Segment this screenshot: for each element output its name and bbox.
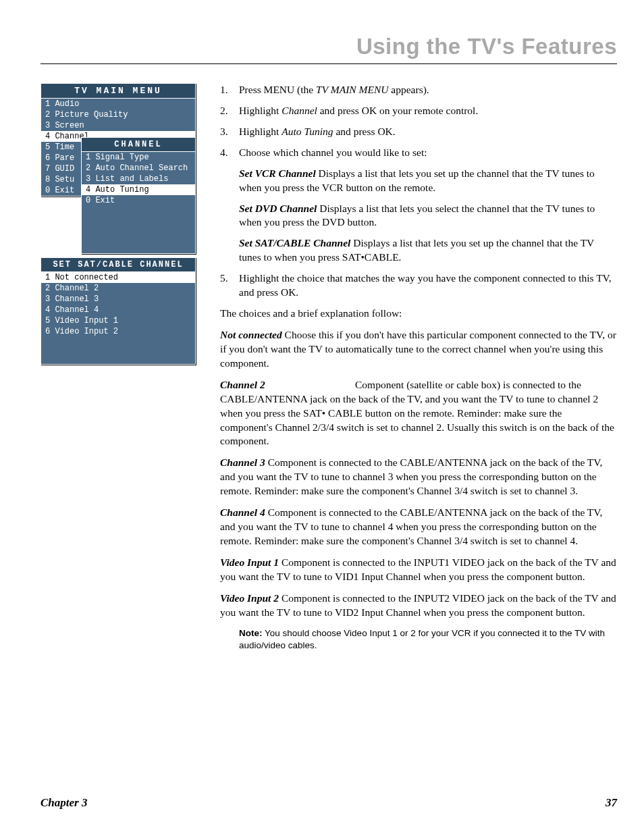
osd-main-title: TV MAIN MENU bbox=[41, 84, 195, 99]
osd-sat-item: 4 Channel 4 bbox=[41, 305, 195, 315]
page-number: 37 bbox=[606, 796, 617, 810]
chapter-label: Chapter 3 bbox=[41, 796, 87, 810]
page-title: Using the TV's Features bbox=[41, 34, 617, 64]
opt-channel-3: Channel 3 Component is connected to the … bbox=[220, 456, 617, 498]
right-column: 1.Press MENU (the TV MAIN MENU appears).… bbox=[220, 83, 617, 652]
content-row: TV MAIN MENU 1 Audio 2 Picture Quality 3… bbox=[41, 83, 617, 652]
osd-sub-title: CHANNEL bbox=[82, 138, 195, 152]
osd-sub-item: 1 Signal Type bbox=[82, 152, 195, 163]
osd-main-item: 3 Screen bbox=[41, 120, 195, 131]
instruction-list: 1.Press MENU (the TV MAIN MENU appears).… bbox=[220, 83, 617, 160]
osd-sub-item-selected: 4 Auto Tuning bbox=[82, 184, 195, 195]
osd-sub-item: 0 Exit bbox=[82, 195, 195, 206]
choices-intro: The choices and a brief explanation foll… bbox=[220, 307, 617, 321]
opt-video-2: Video Input 2 Component is connected to … bbox=[220, 592, 617, 620]
note: Note: You should choose Video Input 1 or… bbox=[239, 627, 617, 652]
osd-sat-item-selected: 1 Not connected bbox=[41, 272, 195, 283]
osd-sub-item: 2 Auto Channel Search bbox=[82, 163, 195, 174]
step-4: 4.Choose which channel you would like to… bbox=[220, 146, 617, 160]
opt-channel-4: Channel 4 Component is connected to the … bbox=[220, 506, 617, 548]
opt-video-1: Video Input 1 Component is connected to … bbox=[220, 556, 617, 584]
osd-sub-item: 3 List and Labels bbox=[82, 174, 195, 184]
step-1: 1.Press MENU (the TV MAIN MENU appears). bbox=[220, 83, 617, 97]
set-dvd: Set DVD Channel Displays a list that let… bbox=[239, 202, 617, 230]
set-vcr: Set VCR Channel Displays a list that let… bbox=[239, 167, 617, 195]
osd-main-item: 1 Audio bbox=[41, 99, 195, 109]
osd-sat-item: 2 Channel 2 bbox=[41, 283, 195, 294]
opt-channel-2: Channel 2Component (satellite or cable b… bbox=[220, 378, 617, 449]
sub-options: Set VCR Channel Displays a list that let… bbox=[239, 167, 617, 265]
step-5: 5.Highlight the choice that matches the … bbox=[220, 271, 617, 300]
step-3: 3.Highlight Auto Tuning and press OK. bbox=[220, 125, 617, 139]
osd-sat-title: SET SAT/CABLE CHANNEL bbox=[41, 258, 195, 272]
instruction-list-cont: 5.Highlight the choice that matches the … bbox=[220, 271, 617, 300]
left-column: TV MAIN MENU 1 Audio 2 Picture Quality 3… bbox=[41, 83, 196, 652]
osd-sat-item: 6 Video Input 2 bbox=[41, 326, 195, 337]
osd-main-item: 2 Picture Quality bbox=[41, 109, 195, 120]
page-footer: Chapter 3 37 bbox=[41, 796, 617, 810]
osd-main-menu: TV MAIN MENU 1 Audio 2 Picture Quality 3… bbox=[41, 83, 196, 197]
step-2: 2.Highlight Channel and press OK on your… bbox=[220, 104, 617, 118]
set-sat: Set SAT/CABLE Channel Displays a list th… bbox=[239, 236, 617, 265]
opt-not-connected: Not connected Choose this if you don't h… bbox=[220, 328, 617, 371]
osd-sat-cable-menu: SET SAT/CABLE CHANNEL 1 Not connected 2 … bbox=[41, 257, 196, 365]
osd-sub-channel: CHANNEL 1 Signal Type 2 Auto Channel Sea… bbox=[81, 137, 196, 254]
osd-sat-item: 5 Video Input 1 bbox=[41, 315, 195, 326]
osd-sat-item: 3 Channel 3 bbox=[41, 294, 195, 305]
